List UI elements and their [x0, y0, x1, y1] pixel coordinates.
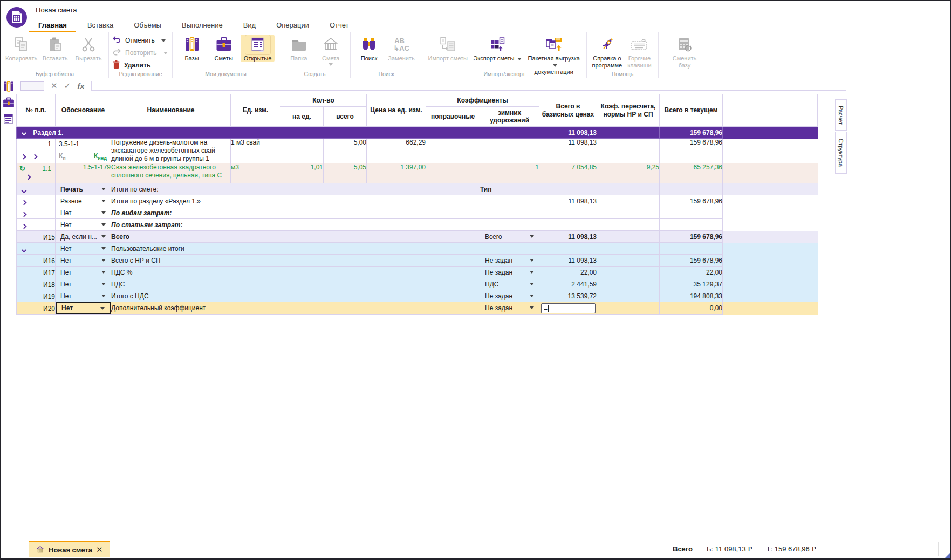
close-tab-icon[interactable]: ✕: [96, 545, 103, 555]
col-header-winter[interactable]: зимних удорожаний: [480, 107, 539, 127]
mini-opened-button[interactable]: [2, 112, 15, 126]
undo-button[interactable]: Отменить: [112, 36, 166, 45]
tab-otchet[interactable]: Отчет: [319, 17, 359, 32]
col-header-qty-total[interactable]: всего: [324, 107, 367, 127]
cut-button[interactable]: Вырезать: [73, 35, 104, 62]
new-estimate-button[interactable]: Смета: [316, 35, 346, 66]
pos1-expand-icon-2[interactable]: [32, 154, 38, 160]
by-items-expand-icon[interactable]: [22, 224, 27, 229]
i20-type-dropdown[interactable]: Не задан: [480, 302, 539, 313]
batch-dropdown-arrow[interactable]: [553, 64, 557, 67]
position-row-1[interactable]: 1 3.5-1-1 Кп Кинд Погружение дизель-моло…: [17, 139, 818, 163]
col-header-price[interactable]: Цена на ед. изм.: [367, 94, 426, 127]
section-row[interactable]: Раздел 1. 11 098,13 159 678,96: [17, 127, 818, 139]
col-header-base-total[interactable]: Всего в базисных ценах: [539, 94, 597, 127]
by-items-dropdown[interactable]: Нет: [56, 219, 111, 230]
pos1-kp-coef[interactable]: Кп: [59, 152, 66, 161]
col-header-justification[interactable]: Обоснование: [56, 94, 111, 127]
copy-button[interactable]: Копировать: [5, 35, 37, 62]
section-totals-expand-icon[interactable]: [22, 200, 27, 206]
find-button[interactable]: Поиск: [355, 35, 383, 62]
new-folder-button[interactable]: Папка: [284, 35, 314, 62]
resize-grip[interactable]: [945, 553, 950, 558]
pos11-expand-icon[interactable]: [26, 175, 31, 180]
export-button[interactable]: Экспорт сметы: [471, 35, 523, 62]
i20-formula-edit-input[interactable]: =: [541, 303, 596, 313]
by-cost-items-row[interactable]: Нет По статьям затрат:: [17, 219, 818, 231]
cancel-entry-icon[interactable]: ✕: [51, 81, 58, 91]
i17-type-dropdown[interactable]: Не задан: [480, 267, 539, 278]
totals-collapse-icon[interactable]: [22, 188, 27, 194]
totals-header-row[interactable]: Печать Итоги по смете: Тип: [17, 183, 818, 195]
i18-dropdown[interactable]: Нет: [56, 278, 111, 290]
total-row-i19[interactable]: И19 Нет Итого с НДС Не задан 13 539,72 1…: [17, 290, 818, 302]
by-types-dropdown[interactable]: Нет: [56, 207, 111, 218]
i15-dropdown[interactable]: Да, если н...: [56, 231, 111, 242]
total-row-i20-selected[interactable]: И20 Нет Дополнительный коэффициент Не за…: [17, 302, 818, 315]
batch-export-button[interactable]: Пакетная выгрузкадокументации: [525, 35, 582, 76]
pos1-expand-icon-1[interactable]: [21, 154, 26, 160]
i19-type-dropdown[interactable]: Не задан: [480, 290, 539, 302]
by-types-expand-icon[interactable]: [22, 212, 27, 217]
by-cost-types-row[interactable]: Нет По видам затрат:: [17, 207, 818, 219]
paste-button[interactable]: Вставить: [39, 35, 71, 62]
col-header-recalc-coeff[interactable]: Коэф. пересчета, нормы НР и СП: [597, 94, 660, 127]
redo-button[interactable]: Повторить: [112, 48, 168, 58]
col-header-current-total[interactable]: Всего в текущем: [660, 94, 723, 127]
tab-obyomy[interactable]: Объёмы: [124, 17, 172, 32]
i20-dropdown-focused[interactable]: Нет: [56, 302, 111, 314]
col-header-unit[interactable]: Ед. изм.: [231, 94, 280, 127]
i16-type-dropdown[interactable]: Не задан: [480, 255, 539, 266]
import-button[interactable]: Импорт сметы: [427, 35, 469, 62]
tab-vid[interactable]: Вид: [233, 17, 266, 32]
undo-dropdown-arrow[interactable]: [161, 39, 166, 42]
position-row-1-1[interactable]: ↻ 1.1 1.5-1-179 Свая железобетонная квад…: [17, 163, 818, 183]
i15-type-dropdown[interactable]: Всего: [480, 231, 539, 242]
i19-dropdown[interactable]: Нет: [56, 290, 111, 302]
total-row-i17[interactable]: И17 Нет НДС % Не задан 22,00 22,00: [17, 267, 818, 278]
delete-button[interactable]: Удалить: [112, 60, 150, 70]
i17-dropdown[interactable]: Нет: [56, 267, 111, 278]
user-totals-row[interactable]: Нет Пользовательские итоги: [17, 243, 818, 255]
change-base-button[interactable]: Сменитьбазу: [669, 35, 700, 69]
i18-type-dropdown[interactable]: НДС: [480, 278, 539, 290]
replace-button[interactable]: AB↳AC Заменить: [385, 35, 418, 62]
opened-button[interactable]: Открытые: [241, 35, 275, 62]
formula-input[interactable]: [91, 81, 846, 91]
pos1-kind-coef[interactable]: Кинд: [94, 152, 107, 161]
side-tab-calculation[interactable]: Расчет: [835, 99, 847, 131]
estimates-button[interactable]: Сметы: [209, 35, 238, 62]
totals-print-dropdown[interactable]: Печать: [56, 183, 111, 195]
i16-dropdown[interactable]: Нет: [56, 255, 111, 266]
mini-estimates-button[interactable]: [2, 96, 15, 110]
col-header-qty-group[interactable]: Кол-во: [280, 94, 367, 107]
total-row-i18[interactable]: И18 Нет НДС НДС 2 441,59 35 129,37: [17, 278, 818, 290]
mini-bases-button[interactable]: [2, 80, 15, 94]
side-tab-structure[interactable]: Структура: [835, 132, 847, 174]
i16-num: И16: [17, 255, 56, 267]
col-header-name[interactable]: Наименование: [111, 94, 231, 127]
total-row-i15[interactable]: И15 Да, если н... Всего Всего 11 098,13 …: [17, 231, 818, 243]
section-totals-row[interactable]: Разное Итоги по разделу «Раздел 1.» 11 0…: [17, 195, 818, 207]
export-dropdown-arrow[interactable]: [517, 58, 522, 60]
user-totals-dropdown[interactable]: Нет: [56, 243, 111, 254]
col-header-qty-unit[interactable]: на ед.: [280, 107, 324, 127]
tab-vypolnenie[interactable]: Выполнение: [172, 17, 233, 32]
tab-operacii[interactable]: Операции: [266, 17, 319, 32]
tab-vstavka[interactable]: Вставка: [77, 17, 124, 32]
confirm-entry-icon[interactable]: ✓: [64, 81, 71, 91]
cell-reference-box[interactable]: [20, 81, 44, 91]
section-totals-dropdown[interactable]: Разное: [56, 195, 111, 207]
section-collapse-icon[interactable]: [22, 130, 27, 135]
total-row-i16[interactable]: И16 Нет Всего с НР и СП Не задан 11 098,…: [17, 255, 818, 267]
document-tab[interactable]: Новая смета ✕: [29, 541, 110, 557]
col-header-corrective[interactable]: поправочные: [426, 107, 480, 127]
col-header-num[interactable]: № п.п.: [17, 94, 56, 127]
col-header-coeff-group[interactable]: Коэффициенты: [426, 94, 539, 107]
about-button[interactable]: Справка опрограмме: [591, 35, 623, 69]
function-icon[interactable]: fx: [77, 81, 84, 91]
tab-glavnaya[interactable]: Главная: [28, 17, 77, 32]
user-totals-collapse-icon[interactable]: [22, 248, 27, 253]
hotkeys-button[interactable]: Горячиеклавиши: [625, 35, 654, 69]
bases-button[interactable]: Базы: [177, 35, 207, 62]
